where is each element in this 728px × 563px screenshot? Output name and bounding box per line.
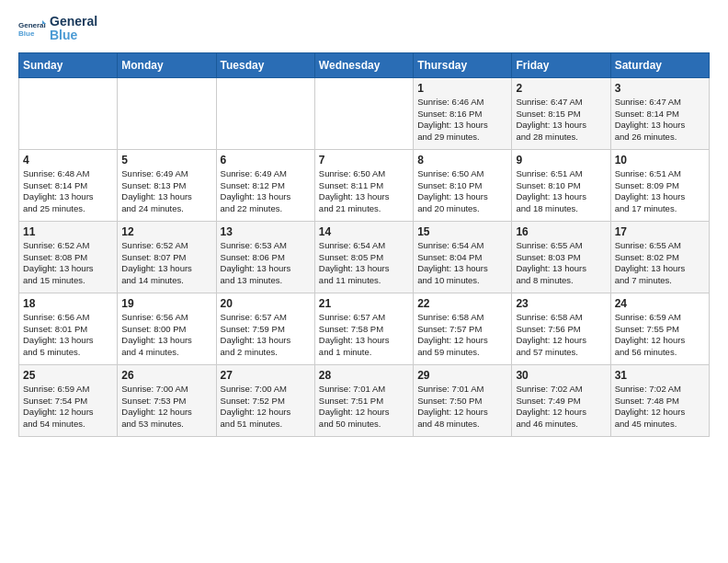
calendar-cell: 27Sunrise: 7:00 AMSunset: 7:52 PMDayligh… (216, 364, 314, 436)
sun-info: Sunrise: 6:55 AMSunset: 8:03 PMDaylight:… (516, 240, 606, 287)
weekday-header: Monday (118, 52, 216, 77)
weekday-header: Wednesday (314, 52, 413, 77)
sun-info: Sunrise: 7:02 AMSunset: 7:49 PMDaylight:… (516, 384, 606, 431)
svg-text:General: General (18, 21, 46, 29)
logo-blue: Blue (50, 29, 97, 42)
sun-info: Sunrise: 6:52 AMSunset: 8:08 PMDaylight:… (23, 240, 113, 287)
day-number: 16 (516, 225, 606, 238)
calendar-cell: 15Sunrise: 6:54 AMSunset: 8:04 PMDayligh… (414, 221, 512, 293)
sun-info: Sunrise: 6:51 AMSunset: 8:10 PMDaylight:… (516, 168, 606, 215)
calendar-cell: 1Sunrise: 6:46 AMSunset: 8:16 PMDaylight… (414, 77, 512, 149)
day-number: 15 (417, 225, 507, 238)
weekday-header: Sunday (19, 52, 118, 77)
calendar-cell: 11Sunrise: 6:52 AMSunset: 8:08 PMDayligh… (19, 221, 118, 293)
sun-info: Sunrise: 6:46 AMSunset: 8:16 PMDaylight:… (417, 97, 507, 144)
sun-info: Sunrise: 6:58 AMSunset: 7:57 PMDaylight:… (417, 312, 507, 359)
sun-info: Sunrise: 6:53 AMSunset: 8:06 PMDaylight:… (221, 240, 311, 287)
weekday-header: Friday (512, 52, 610, 77)
sun-info: Sunrise: 6:51 AMSunset: 8:09 PMDaylight:… (615, 168, 705, 215)
day-number: 14 (319, 225, 409, 238)
calendar-cell: 7Sunrise: 6:50 AMSunset: 8:11 PMDaylight… (314, 149, 413, 221)
calendar-cell: 8Sunrise: 6:50 AMSunset: 8:10 PMDaylight… (414, 149, 512, 221)
day-number: 6 (221, 154, 311, 167)
calendar-week-row: 18Sunrise: 6:56 AMSunset: 8:01 PMDayligh… (19, 293, 710, 364)
day-number: 20 (221, 297, 311, 310)
sun-info: Sunrise: 6:47 AMSunset: 8:15 PMDaylight:… (516, 97, 606, 144)
day-number: 4 (23, 154, 113, 167)
calendar-cell (118, 77, 216, 149)
calendar-cell: 4Sunrise: 6:48 AMSunset: 8:14 PMDaylight… (19, 149, 118, 221)
day-number: 5 (121, 154, 211, 167)
day-number: 11 (23, 225, 113, 238)
calendar-cell: 25Sunrise: 6:59 AMSunset: 7:54 PMDayligh… (19, 364, 118, 436)
sun-info: Sunrise: 6:55 AMSunset: 8:02 PMDaylight:… (615, 240, 705, 287)
sun-info: Sunrise: 6:57 AMSunset: 7:58 PMDaylight:… (319, 312, 409, 359)
calendar-table: SundayMondayTuesdayWednesdayThursdayFrid… (18, 52, 710, 437)
day-number: 29 (417, 369, 507, 382)
day-number: 23 (516, 297, 606, 310)
day-number: 17 (615, 225, 705, 238)
sun-info: Sunrise: 7:00 AMSunset: 7:52 PMDaylight:… (221, 384, 311, 431)
day-number: 26 (121, 369, 211, 382)
sun-info: Sunrise: 6:49 AMSunset: 8:12 PMDaylight:… (221, 168, 311, 215)
calendar-cell: 12Sunrise: 6:52 AMSunset: 8:07 PMDayligh… (118, 221, 216, 293)
day-number: 9 (516, 154, 606, 167)
day-number: 18 (23, 297, 113, 310)
page: General Blue General Blue SundayMondayTu… (0, 0, 728, 446)
day-number: 2 (516, 82, 606, 95)
calendar-cell (19, 77, 118, 149)
day-number: 28 (319, 369, 409, 382)
calendar-cell: 17Sunrise: 6:55 AMSunset: 8:02 PMDayligh… (610, 221, 709, 293)
logo-general: General (50, 15, 97, 29)
sun-info: Sunrise: 6:57 AMSunset: 7:59 PMDaylight:… (221, 312, 311, 359)
day-number: 31 (615, 369, 705, 382)
weekday-header: Thursday (414, 52, 512, 77)
calendar-cell: 19Sunrise: 6:56 AMSunset: 8:00 PMDayligh… (118, 293, 216, 364)
calendar-cell: 26Sunrise: 7:00 AMSunset: 7:53 PMDayligh… (118, 364, 216, 436)
sun-info: Sunrise: 6:48 AMSunset: 8:14 PMDaylight:… (23, 168, 113, 215)
day-number: 21 (319, 297, 409, 310)
day-number: 3 (615, 82, 705, 95)
sun-info: Sunrise: 7:00 AMSunset: 7:53 PMDaylight:… (121, 384, 211, 431)
svg-text:Blue: Blue (18, 29, 35, 38)
calendar-week-row: 4Sunrise: 6:48 AMSunset: 8:14 PMDaylight… (19, 149, 710, 221)
sun-info: Sunrise: 7:02 AMSunset: 7:48 PMDaylight:… (615, 384, 705, 431)
calendar-cell: 31Sunrise: 7:02 AMSunset: 7:48 PMDayligh… (610, 364, 709, 436)
sun-info: Sunrise: 6:54 AMSunset: 8:04 PMDaylight:… (417, 240, 507, 287)
calendar-cell: 2Sunrise: 6:47 AMSunset: 8:15 PMDaylight… (512, 77, 610, 149)
sun-info: Sunrise: 6:49 AMSunset: 8:13 PMDaylight:… (121, 168, 211, 215)
day-number: 7 (319, 154, 409, 167)
header-row: SundayMondayTuesdayWednesdayThursdayFrid… (19, 52, 710, 77)
sun-info: Sunrise: 6:52 AMSunset: 8:07 PMDaylight:… (121, 240, 211, 287)
day-number: 25 (23, 369, 113, 382)
day-number: 10 (615, 154, 705, 167)
day-number: 24 (615, 297, 705, 310)
logo: General Blue General Blue (18, 15, 97, 43)
calendar-cell: 13Sunrise: 6:53 AMSunset: 8:06 PMDayligh… (216, 221, 314, 293)
sun-info: Sunrise: 6:56 AMSunset: 8:01 PMDaylight:… (23, 312, 113, 359)
calendar-week-row: 1Sunrise: 6:46 AMSunset: 8:16 PMDaylight… (19, 77, 710, 149)
sun-info: Sunrise: 6:56 AMSunset: 8:00 PMDaylight:… (121, 312, 211, 359)
calendar-cell: 6Sunrise: 6:49 AMSunset: 8:12 PMDaylight… (216, 149, 314, 221)
sun-info: Sunrise: 6:58 AMSunset: 7:56 PMDaylight:… (516, 312, 606, 359)
calendar-cell: 21Sunrise: 6:57 AMSunset: 7:58 PMDayligh… (314, 293, 413, 364)
calendar-cell: 14Sunrise: 6:54 AMSunset: 8:05 PMDayligh… (314, 221, 413, 293)
day-number: 22 (417, 297, 507, 310)
weekday-header: Saturday (610, 52, 709, 77)
calendar-cell: 16Sunrise: 6:55 AMSunset: 8:03 PMDayligh… (512, 221, 610, 293)
calendar-week-row: 11Sunrise: 6:52 AMSunset: 8:08 PMDayligh… (19, 221, 710, 293)
calendar-cell: 20Sunrise: 6:57 AMSunset: 7:59 PMDayligh… (216, 293, 314, 364)
header: General Blue General Blue (18, 15, 710, 43)
day-number: 8 (417, 154, 507, 167)
calendar-week-row: 25Sunrise: 6:59 AMSunset: 7:54 PMDayligh… (19, 364, 710, 436)
calendar-cell: 24Sunrise: 6:59 AMSunset: 7:55 PMDayligh… (610, 293, 709, 364)
day-number: 13 (221, 225, 311, 238)
sun-info: Sunrise: 6:54 AMSunset: 8:05 PMDaylight:… (319, 240, 409, 287)
calendar-cell (314, 77, 413, 149)
calendar-cell: 18Sunrise: 6:56 AMSunset: 8:01 PMDayligh… (19, 293, 118, 364)
calendar-cell: 28Sunrise: 7:01 AMSunset: 7:51 PMDayligh… (314, 364, 413, 436)
calendar-cell: 10Sunrise: 6:51 AMSunset: 8:09 PMDayligh… (610, 149, 709, 221)
sun-info: Sunrise: 6:59 AMSunset: 7:55 PMDaylight:… (615, 312, 705, 359)
sun-info: Sunrise: 7:01 AMSunset: 7:50 PMDaylight:… (417, 384, 507, 431)
sun-info: Sunrise: 7:01 AMSunset: 7:51 PMDaylight:… (319, 384, 409, 431)
